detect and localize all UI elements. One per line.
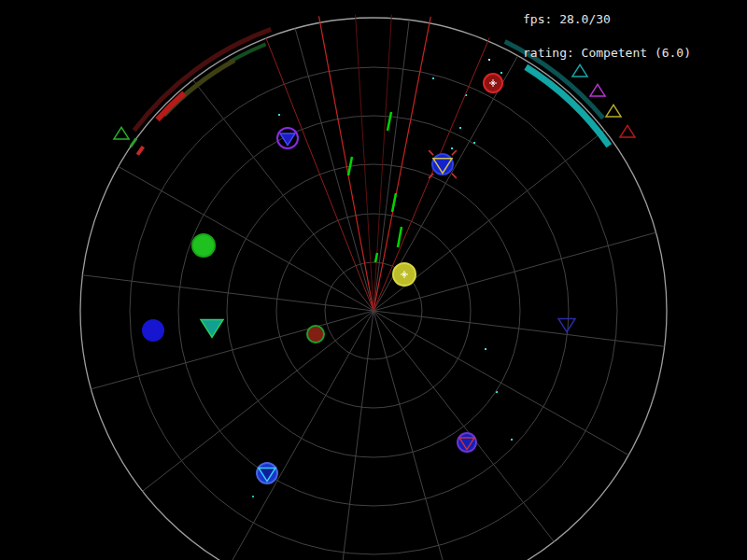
edge-marker-triangle[interactable]	[606, 105, 621, 117]
projectile-trail	[392, 193, 396, 212]
contact-blue-disc-red-tri[interactable]	[458, 433, 476, 452]
edge-marker-triangle[interactable]	[572, 64, 587, 77]
fire-cone-line	[356, 15, 374, 311]
projectiles	[348, 112, 402, 262]
radar-spoke	[374, 311, 665, 346]
rating-label: rating: Competent (6.0)	[523, 47, 691, 59]
star-dot	[511, 439, 513, 441]
game-screen: fps: 28.0/30 rating: Competent (6.0)	[0, 0, 747, 560]
radar-grid	[80, 18, 667, 560]
contact-violet-ring-blue-tri[interactable]	[277, 128, 298, 148]
contact-green-disc[interactable]	[192, 234, 215, 257]
contact-triangle	[558, 318, 575, 331]
star-dot	[252, 496, 254, 497]
arc-green-tip	[131, 138, 136, 147]
target-reticle-tick	[452, 174, 457, 178]
edge-marker-triangle[interactable]	[114, 127, 129, 139]
radar-spoke	[119, 166, 374, 311]
fire-cone-line	[374, 37, 489, 311]
star-dot	[485, 348, 486, 350]
contact-blue-disc-cyan-tri[interactable]	[257, 463, 277, 483]
star-dot	[500, 72, 502, 74]
projectile-trail	[388, 112, 391, 131]
fire-cone-line	[319, 16, 374, 311]
radar-display[interactable]	[0, 0, 747, 560]
contact-triangle	[201, 320, 223, 338]
radar-spoke	[374, 311, 628, 455]
contact-navy-triangle-outline[interactable]	[558, 318, 575, 331]
contact-body	[307, 326, 324, 343]
star-dot	[278, 114, 280, 116]
star-dot	[451, 147, 453, 149]
projectile-trail	[398, 227, 402, 247]
star-dot	[488, 59, 490, 61]
contact-blue-disc[interactable]	[143, 320, 163, 341]
contact-body	[432, 154, 453, 175]
contact-targeted-ship[interactable]	[429, 150, 457, 178]
contact-triangle	[280, 133, 295, 146]
edge-marker-triangle[interactable]	[590, 84, 605, 96]
radar-contacts	[143, 74, 575, 483]
contact-red-disc-flare[interactable]	[484, 74, 502, 92]
contact-red-disc-green-ring[interactable]	[307, 326, 324, 343]
edge-marker-triangle[interactable]	[620, 125, 635, 137]
arc-red-tip	[137, 147, 143, 155]
contact-body	[143, 320, 163, 341]
target-reticle-tick	[452, 150, 457, 155]
star-dot	[459, 127, 461, 129]
fps-label: fps: 28.0/30	[523, 13, 611, 25]
target-reticle-tick	[429, 150, 433, 155]
radar-ring	[80, 18, 667, 560]
contact-yellow-disc-flare[interactable]	[393, 263, 416, 286]
star-dot	[432, 77, 434, 79]
contact-teal-triangle[interactable]	[201, 320, 223, 338]
arc-teal-right	[526, 67, 609, 147]
fire-cone-line	[266, 37, 374, 311]
radar-spoke	[229, 311, 374, 560]
contact-body	[192, 234, 215, 257]
radar-spoke	[82, 275, 374, 311]
fire-cone	[266, 15, 490, 311]
